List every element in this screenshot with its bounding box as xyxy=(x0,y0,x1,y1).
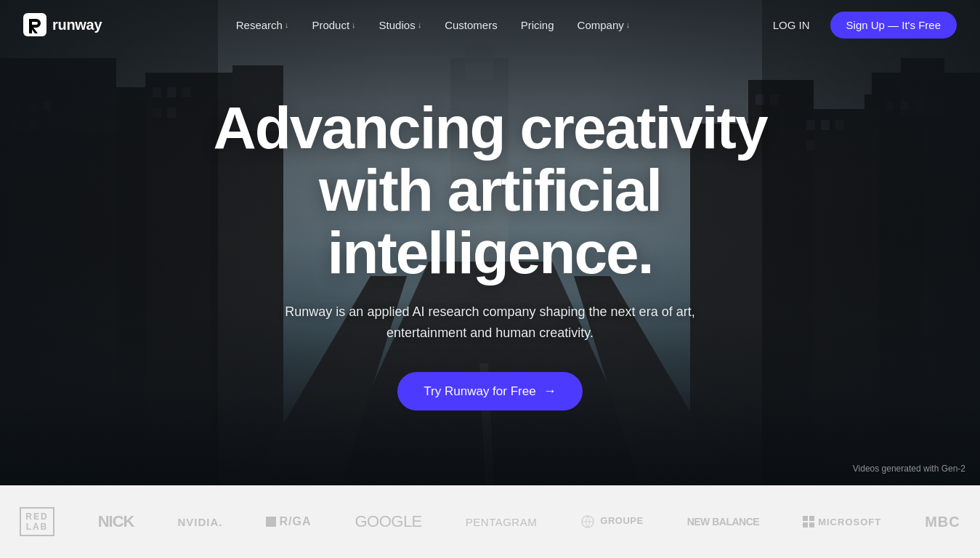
brand-name: runway xyxy=(52,17,102,33)
nav-menu: Research ↓ Product ↓ Studios ↓ Customers… xyxy=(226,13,641,37)
nav-arrow-research: ↓ xyxy=(285,20,289,29)
nav-label-product: Product xyxy=(312,19,349,31)
cta-arrow-icon: → xyxy=(543,384,556,399)
logo-google: Google xyxy=(355,512,421,531)
nav-item-studios[interactable]: Studios ↓ xyxy=(369,13,432,37)
navbar-actions: LOG IN Sign Up — It's Free xyxy=(764,12,957,39)
microsoft-grid-icon xyxy=(803,516,814,527)
logo-redlab: REDLAB xyxy=(20,507,54,537)
logo-nick: nick xyxy=(98,512,134,531)
nav-label-customers: Customers xyxy=(445,19,498,31)
logo-groupe: GROUPE xyxy=(580,514,643,529)
hero-video-credit: Videos generated with Gen-2 xyxy=(853,464,965,474)
nav-item-pricing[interactable]: Pricing xyxy=(511,13,564,37)
signup-button[interactable]: Sign Up — It's Free xyxy=(830,12,957,39)
logos-bar: REDLAB nick NVIDIA. R/GA Google Pentagra… xyxy=(0,485,980,558)
nav-item-company[interactable]: Company ↓ xyxy=(567,13,641,37)
nav-label-company: Company xyxy=(578,19,624,31)
hero-cta-label: Try Runway for Free xyxy=(424,384,535,399)
hero-content: Advancing creativity with artificial int… xyxy=(0,0,980,485)
nav-label-research: Research xyxy=(236,19,283,31)
navbar: runway Research ↓ Product ↓ Studios ↓ Cu… xyxy=(0,0,980,49)
hero-section: Advancing creativity with artificial int… xyxy=(0,0,980,485)
nav-label-studios: Studios xyxy=(379,19,416,31)
hero-title: Advancing creativity with artificial int… xyxy=(163,97,817,284)
logo-pentagram: Pentagram xyxy=(466,516,537,528)
runway-logo-icon xyxy=(23,13,46,36)
nav-arrow-company: ↓ xyxy=(626,20,631,29)
hero-subtitle: Runway is an applied AI research company… xyxy=(280,302,701,344)
nav-item-research[interactable]: Research ↓ xyxy=(226,13,299,37)
logo-nvidia: NVIDIA. xyxy=(177,516,222,528)
logo-newbalance: new balance xyxy=(687,516,760,527)
brand-logo[interactable]: runway xyxy=(23,13,102,36)
nav-item-product[interactable]: Product ↓ xyxy=(301,13,365,37)
login-button[interactable]: LOG IN xyxy=(764,13,819,37)
logo-mbc: mbc xyxy=(925,514,960,530)
logo-rga: R/GA xyxy=(266,515,311,528)
nav-label-pricing: Pricing xyxy=(521,19,554,31)
logo-microsoft: Microsoft xyxy=(803,516,881,527)
nav-arrow-studios: ↓ xyxy=(418,20,422,29)
hero-cta-button[interactable]: Try Runway for Free → xyxy=(397,372,582,411)
nav-item-customers[interactable]: Customers xyxy=(434,13,508,37)
nav-arrow-product: ↓ xyxy=(352,20,356,29)
